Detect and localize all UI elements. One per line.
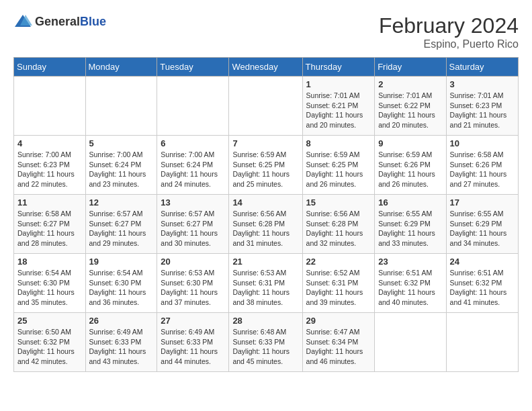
calendar-day-cell: 16Sunrise: 6:55 AMSunset: 6:29 PMDayligh…: [375, 195, 446, 254]
calendar-day-cell: [446, 313, 518, 372]
calendar-day-cell: 14Sunrise: 6:56 AMSunset: 6:28 PMDayligh…: [229, 195, 302, 254]
calendar-week-row: 1Sunrise: 7:01 AMSunset: 6:21 PMDaylight…: [14, 77, 519, 136]
calendar-day-cell: 10Sunrise: 6:58 AMSunset: 6:26 PMDayligh…: [446, 136, 518, 195]
day-info: Sunrise: 6:51 AMSunset: 6:32 PMDaylight:…: [378, 268, 442, 308]
logo-icon: [13, 13, 32, 30]
day-info: Sunrise: 6:57 AMSunset: 6:27 PMDaylight:…: [89, 209, 154, 248]
day-number: 2: [378, 79, 442, 89]
day-number: 15: [306, 197, 371, 208]
weekday-header-cell: Saturday: [446, 58, 518, 77]
day-number: 26: [89, 316, 154, 326]
day-info: Sunrise: 6:56 AMSunset: 6:28 PMDaylight:…: [306, 209, 371, 248]
calendar-week-row: 11Sunrise: 6:58 AMSunset: 6:27 PMDayligh…: [14, 195, 519, 254]
day-number: 19: [89, 257, 154, 267]
weekday-header-cell: Wednesday: [229, 58, 302, 77]
day-info: Sunrise: 6:56 AMSunset: 6:28 PMDaylight:…: [232, 209, 298, 248]
day-number: 4: [17, 138, 82, 148]
calendar-day-cell: [14, 77, 86, 136]
calendar-day-cell: 19Sunrise: 6:54 AMSunset: 6:30 PMDayligh…: [85, 254, 157, 313]
weekday-header-row: SundayMondayTuesdayWednesdayThursdayFrid…: [14, 58, 519, 77]
day-info: Sunrise: 7:00 AMSunset: 6:23 PMDaylight:…: [17, 150, 82, 189]
calendar-day-cell: [85, 77, 157, 136]
day-info: Sunrise: 6:49 AMSunset: 6:33 PMDaylight:…: [161, 327, 225, 367]
calendar-day-cell: 12Sunrise: 6:57 AMSunset: 6:27 PMDayligh…: [85, 195, 157, 254]
day-info: Sunrise: 7:01 AMSunset: 6:22 PMDaylight:…: [378, 91, 442, 130]
day-info: Sunrise: 7:01 AMSunset: 6:23 PMDaylight:…: [450, 91, 515, 130]
day-info: Sunrise: 6:54 AMSunset: 6:30 PMDaylight:…: [17, 268, 82, 308]
day-number: 25: [17, 316, 82, 326]
day-info: Sunrise: 6:50 AMSunset: 6:32 PMDaylight:…: [17, 327, 82, 367]
day-number: 23: [378, 257, 442, 267]
logo: GeneralBlue: [13, 13, 106, 30]
day-number: 20: [161, 257, 225, 267]
calendar-day-cell: 22Sunrise: 6:52 AMSunset: 6:31 PMDayligh…: [302, 254, 375, 313]
calendar-day-cell: 21Sunrise: 6:53 AMSunset: 6:31 PMDayligh…: [229, 254, 302, 313]
day-number: 14: [232, 197, 298, 208]
calendar-day-cell: 3Sunrise: 7:01 AMSunset: 6:23 PMDaylight…: [446, 77, 518, 136]
calendar-day-cell: 29Sunrise: 6:47 AMSunset: 6:34 PMDayligh…: [302, 313, 375, 372]
day-number: 24: [450, 257, 515, 267]
day-info: Sunrise: 6:47 AMSunset: 6:34 PMDaylight:…: [306, 327, 371, 367]
day-number: 17: [450, 197, 515, 208]
weekday-header-cell: Monday: [85, 58, 157, 77]
day-number: 29: [306, 316, 371, 326]
day-info: Sunrise: 6:52 AMSunset: 6:31 PMDaylight:…: [306, 268, 371, 308]
calendar-day-cell: 11Sunrise: 6:58 AMSunset: 6:27 PMDayligh…: [14, 195, 86, 254]
calendar-day-cell: 1Sunrise: 7:01 AMSunset: 6:21 PMDaylight…: [302, 77, 375, 136]
calendar-day-cell: 5Sunrise: 7:00 AMSunset: 6:24 PMDaylight…: [85, 136, 157, 195]
day-number: 8: [306, 138, 371, 148]
calendar-day-cell: 28Sunrise: 6:48 AMSunset: 6:33 PMDayligh…: [229, 313, 302, 372]
day-number: 16: [378, 197, 442, 208]
day-info: Sunrise: 6:57 AMSunset: 6:27 PMDaylight:…: [161, 209, 225, 248]
calendar-day-cell: 25Sunrise: 6:50 AMSunset: 6:32 PMDayligh…: [14, 313, 86, 372]
calendar-day-cell: 23Sunrise: 6:51 AMSunset: 6:32 PMDayligh…: [375, 254, 446, 313]
calendar-day-cell: 2Sunrise: 7:01 AMSunset: 6:22 PMDaylight…: [375, 77, 446, 136]
day-number: 27: [161, 316, 225, 326]
day-info: Sunrise: 6:54 AMSunset: 6:30 PMDaylight:…: [89, 268, 154, 308]
weekday-header-cell: Friday: [375, 58, 446, 77]
calendar-day-cell: 24Sunrise: 6:51 AMSunset: 6:32 PMDayligh…: [446, 254, 518, 313]
calendar-day-cell: 8Sunrise: 6:59 AMSunset: 6:25 PMDaylight…: [302, 136, 375, 195]
day-number: 9: [378, 138, 442, 148]
logo-text-blue: Blue: [80, 15, 106, 28]
day-info: Sunrise: 6:59 AMSunset: 6:25 PMDaylight:…: [232, 150, 298, 189]
day-number: 13: [161, 197, 225, 208]
day-number: 6: [161, 138, 225, 148]
title-area: February 2024 Espino, Puerto Rico: [379, 13, 519, 50]
calendar-day-cell: 13Sunrise: 6:57 AMSunset: 6:27 PMDayligh…: [157, 195, 229, 254]
day-info: Sunrise: 6:55 AMSunset: 6:29 PMDaylight:…: [450, 209, 515, 248]
weekday-header-cell: Sunday: [14, 58, 86, 77]
day-number: 21: [232, 257, 298, 267]
day-number: 3: [450, 79, 515, 89]
location-subtitle: Espino, Puerto Rico: [379, 38, 519, 50]
calendar-day-cell: 27Sunrise: 6:49 AMSunset: 6:33 PMDayligh…: [157, 313, 229, 372]
calendar-week-row: 25Sunrise: 6:50 AMSunset: 6:32 PMDayligh…: [14, 313, 519, 372]
calendar-body: 1Sunrise: 7:01 AMSunset: 6:21 PMDaylight…: [14, 77, 519, 372]
calendar-day-cell: 4Sunrise: 7:00 AMSunset: 6:23 PMDaylight…: [14, 136, 86, 195]
day-info: Sunrise: 6:51 AMSunset: 6:32 PMDaylight:…: [450, 268, 515, 308]
calendar-week-row: 4Sunrise: 7:00 AMSunset: 6:23 PMDaylight…: [14, 136, 519, 195]
page-header: GeneralBlue February 2024 Espino, Puerto…: [13, 13, 519, 50]
day-info: Sunrise: 7:00 AMSunset: 6:24 PMDaylight:…: [161, 150, 225, 189]
calendar-day-cell: [229, 77, 302, 136]
day-number: 22: [306, 257, 371, 267]
calendar-day-cell: 26Sunrise: 6:49 AMSunset: 6:33 PMDayligh…: [85, 313, 157, 372]
weekday-header-cell: Tuesday: [157, 58, 229, 77]
day-info: Sunrise: 6:59 AMSunset: 6:25 PMDaylight:…: [306, 150, 371, 189]
day-info: Sunrise: 6:49 AMSunset: 6:33 PMDaylight:…: [89, 327, 154, 367]
logo-text-general: General: [35, 15, 80, 28]
day-info: Sunrise: 6:58 AMSunset: 6:27 PMDaylight:…: [17, 209, 82, 248]
day-info: Sunrise: 6:53 AMSunset: 6:30 PMDaylight:…: [161, 268, 225, 308]
month-year-title: February 2024: [379, 13, 519, 38]
day-info: Sunrise: 6:59 AMSunset: 6:26 PMDaylight:…: [378, 150, 442, 189]
calendar-day-cell: 20Sunrise: 6:53 AMSunset: 6:30 PMDayligh…: [157, 254, 229, 313]
calendar-day-cell: 17Sunrise: 6:55 AMSunset: 6:29 PMDayligh…: [446, 195, 518, 254]
day-info: Sunrise: 6:58 AMSunset: 6:26 PMDaylight:…: [450, 150, 515, 189]
day-info: Sunrise: 6:55 AMSunset: 6:29 PMDaylight:…: [378, 209, 442, 248]
day-info: Sunrise: 6:53 AMSunset: 6:31 PMDaylight:…: [232, 268, 298, 308]
calendar-day-cell: 15Sunrise: 6:56 AMSunset: 6:28 PMDayligh…: [302, 195, 375, 254]
day-number: 7: [232, 138, 298, 148]
calendar-day-cell: 9Sunrise: 6:59 AMSunset: 6:26 PMDaylight…: [375, 136, 446, 195]
day-number: 28: [232, 316, 298, 326]
calendar-week-row: 18Sunrise: 6:54 AMSunset: 6:30 PMDayligh…: [14, 254, 519, 313]
